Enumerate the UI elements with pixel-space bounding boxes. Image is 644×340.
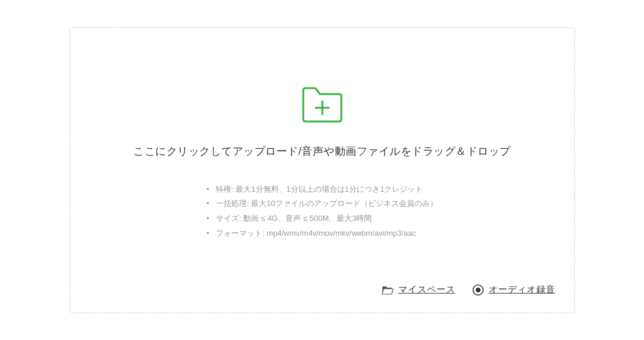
upload-dropzone[interactable]: ここにクリックしてアップロード/音声や動画ファイルをドラッグ＆ドロップ 特権: … [70, 27, 575, 313]
folder-open-icon [382, 285, 394, 295]
myspace-label: マイスペース [398, 284, 455, 295]
bottom-actions: マイスペース オーディオ録音 [382, 284, 555, 296]
info-item: 一括処理: 最大10ファイルのアップロード（ビジネス会員のみ） [206, 196, 438, 211]
audio-record-link[interactable]: オーディオ録音 [472, 284, 555, 296]
myspace-link[interactable]: マイスペース [382, 284, 455, 295]
record-icon [472, 284, 484, 296]
svg-point-3 [476, 288, 480, 292]
info-item: サイズ: 動画 ≤ 4G、音声 ≤ 500M、最大3時間 [206, 211, 438, 226]
info-item: 特権: 最大1分無料、1分以上の場合は1分につき1クレジット [206, 182, 438, 197]
info-item: フォーマット: mp4/wmv/m4v/mov/mkv/webm/avi/mp3… [206, 226, 438, 241]
folder-plus-icon [300, 85, 345, 126]
upload-info-list: 特権: 最大1分無料、1分以上の場合は1分につき1クレジット 一括処理: 最大1… [206, 182, 438, 241]
audio-record-label: オーディオ録音 [489, 284, 555, 295]
upload-heading: ここにクリックしてアップロード/音声や動画ファイルをドラッグ＆ドロップ [133, 144, 511, 158]
